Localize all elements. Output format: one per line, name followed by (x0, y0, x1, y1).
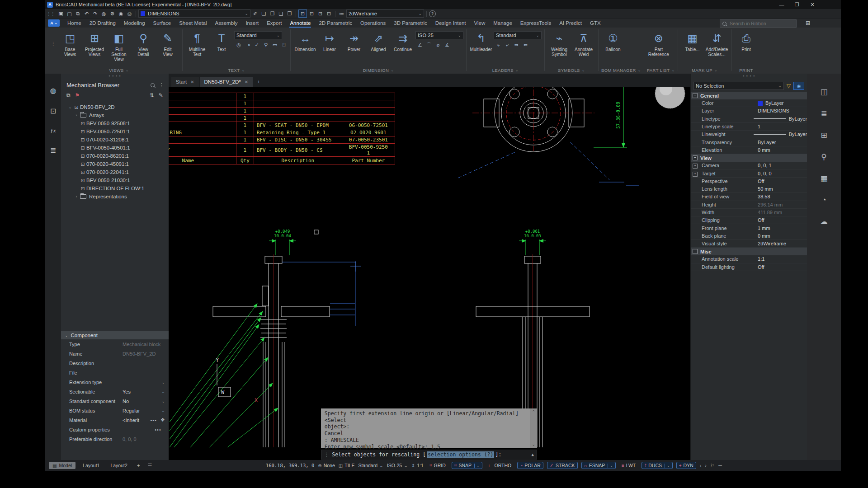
dimension-button[interactable]: ↔Dimension (293, 28, 317, 52)
sheet-tab-layout1[interactable]: Layout1 (79, 462, 103, 469)
aligned-button[interactable]: ⇗Aligned (367, 28, 390, 52)
chevron-down-icon[interactable]: ⌄ (474, 464, 480, 468)
layer-unlock-icon[interactable]: ❑ (277, 10, 285, 17)
measure-icon[interactable]: ◔ (821, 196, 826, 205)
tab-home[interactable]: Home (63, 19, 85, 28)
property-row[interactable]: ClippingOff (691, 216, 807, 224)
leader-collect-icon[interactable]: ⇚ (522, 42, 529, 48)
tree-item[interactable]: ›Arrays (61, 111, 169, 119)
tab-annotate[interactable]: Annotate (286, 19, 315, 28)
property-row[interactable]: PerspectiveOff (691, 178, 807, 185)
property-row[interactable]: Camera+0, 0, 1 (691, 162, 807, 169)
collapse-icon[interactable]: − (693, 93, 698, 98)
spell-check-icon[interactable]: ✓ (253, 42, 260, 48)
properties-icon[interactable]: ≣ (821, 109, 827, 118)
ribbon-group-label[interactable]: DIMENSION⌄ (293, 66, 463, 74)
eyedropper-icon[interactable]: ✐ (251, 10, 259, 17)
property-row[interactable]: Annotation scale1:1 (691, 255, 807, 263)
component-property-row[interactable]: Preferable direction0, 0, 0 (61, 434, 169, 444)
command-prompt[interactable]: ⋮ Select objects for rescaling [selectio… (321, 450, 537, 460)
tree-item[interactable]: ⊡070-0020-45091:1 (61, 160, 169, 168)
status-field-tile[interactable]: ◫TILE (339, 463, 355, 468)
layer-state-icon[interactable]: ❏ (260, 10, 268, 17)
application-menu-button[interactable]: A ⌄ (48, 19, 60, 27)
ribbon-group-label[interactable]: MARK UP⌄ (681, 66, 729, 74)
component-property-row[interactable]: TypeMechanical block (61, 339, 169, 349)
help-icon[interactable]: ? (429, 10, 436, 17)
open-icon[interactable]: ▢ (66, 10, 73, 17)
component-property-row[interactable]: Standard componentNo⌄ (61, 396, 169, 406)
chevron-down-icon[interactable]: ⌄ (161, 389, 165, 394)
expand-prompt-icon[interactable]: ▲ (531, 452, 533, 457)
dim-arc-icon[interactable]: ⌒ (425, 42, 433, 48)
gear-icon[interactable]: ⚙ (108, 10, 116, 17)
command-history[interactable]: Specify first extension line origin or [… (321, 408, 537, 448)
status-settings-icon[interactable]: ⚌ (718, 463, 722, 468)
redo-icon[interactable]: ↷ (91, 10, 99, 17)
dim-angular-icon[interactable]: ∠ (416, 42, 424, 48)
property-row[interactable]: Lens length50 mm (691, 185, 807, 193)
toggle-strack[interactable]: ∠STRACK (547, 462, 578, 469)
toggle-lwt[interactable]: ≡LWT (619, 462, 638, 469)
panel-handle[interactable]: ▪ ▪ ▪ ▪ (691, 74, 807, 80)
visual-style-list-icon[interactable]: ≔ (338, 10, 345, 17)
component-property-row[interactable]: Extension type⌄ (61, 377, 169, 387)
kebab-menu-icon[interactable]: ⋮ (159, 82, 164, 88)
text-button[interactable]: TText (210, 28, 233, 52)
style-select[interactable]: ISO-25⌄ (415, 31, 463, 39)
chevron-down-icon[interactable]: ⌄ (665, 464, 670, 468)
ribbon-group-label[interactable]: SYMBOLS⌄ (547, 66, 595, 74)
toggle-dyn[interactable]: +DYN (676, 462, 696, 469)
prompt-option-highlight[interactable]: selection options (?) (427, 451, 494, 458)
tab-3d-parametric[interactable]: 3D Parametric (390, 19, 431, 28)
multiline-text-button[interactable]: ¶Multiline Text (185, 28, 209, 57)
view-xray-icon[interactable]: ⊡ (325, 10, 333, 17)
tree-item[interactable]: ⊡BFV-0050-72501:1 (61, 127, 169, 136)
field-icon[interactable]: ◎ (235, 42, 242, 48)
scroll-up-icon[interactable]: ⌃ (533, 409, 535, 415)
leader-align-icon[interactable]: ⇛ (513, 42, 520, 48)
tree-item[interactable]: ⊡070-0020-31208:1 (61, 136, 169, 144)
continue-button[interactable]: ⇉Continue (391, 28, 415, 52)
document-tab[interactable]: Start✕ (171, 77, 199, 87)
ribbon-group-label[interactable]: VIEWS⌄ (58, 66, 179, 74)
section-header-misc[interactable]: −Misc (691, 248, 807, 255)
power-button[interactable]: ↠Power (342, 28, 366, 52)
tab-expresstools[interactable]: ExpressTools (516, 19, 555, 28)
style-select[interactable]: Standard⌄ (234, 31, 282, 39)
layer-select[interactable]: DIMENSIONS ⌄ (138, 9, 250, 18)
tab-surface[interactable]: Surface (149, 19, 175, 28)
notification-bell-icon[interactable]: ⚐ (710, 463, 714, 468)
new-tab-button[interactable]: + (254, 77, 264, 87)
ribbon-panels-icon[interactable]: ⊞ (806, 20, 810, 26)
expand-icon[interactable]: + (693, 164, 698, 169)
status-field-standard[interactable]: Standard⌄ (358, 463, 383, 468)
property-row[interactable]: Back plane0 mm (691, 232, 807, 240)
component-property-row[interactable]: Description (61, 358, 169, 368)
tab-2d-parametric[interactable]: 2D Parametric (315, 19, 356, 28)
tree-item[interactable]: ⊡DIRECTION OF FLOW:1 (61, 184, 169, 192)
base-views-button[interactable]: ◳Base Views (58, 28, 82, 57)
tab-manage[interactable]: Manage (489, 19, 516, 28)
ribbon-group-label[interactable]: LEADERS⌄ (469, 66, 542, 74)
annotate-weld-button[interactable]: ⊼Annotate Weld (572, 28, 595, 57)
tab-export[interactable]: Export (263, 19, 286, 28)
tree-item[interactable]: ›Representations (61, 192, 169, 201)
view-realistic-icon[interactable]: ⊡ (316, 10, 324, 17)
find-text-icon[interactable]: ⚲ (262, 42, 269, 48)
browser-edit-icon[interactable]: ✎ (159, 92, 163, 99)
part-reference-button[interactable]: ⊗Part Reference (647, 28, 670, 57)
leader-remove-icon[interactable]: ⤶ (504, 42, 511, 48)
tree-item[interactable]: ⊡070-0020-22041:1 (61, 168, 169, 176)
component-property-row[interactable]: NameDN50-BFV_2D (61, 349, 169, 358)
ribbon-search[interactable] (720, 19, 797, 28)
plot-icon[interactable]: ⧉ (74, 10, 82, 17)
filter-funnel-icon[interactable]: ▽ (787, 83, 791, 89)
property-row[interactable]: Target+0, 0, 0 (691, 169, 807, 177)
toggle-snap[interactable]: ⌗SNAP⌄ (452, 462, 482, 469)
property-row[interactable]: Width411.89 mm (691, 209, 807, 216)
expand-icon[interactable]: + (693, 172, 698, 177)
close-icon[interactable]: ✕ (245, 80, 248, 84)
fx-icon[interactable]: ƒx (50, 127, 56, 134)
toggle-ortho[interactable]: ∟ORTHO (486, 462, 514, 469)
